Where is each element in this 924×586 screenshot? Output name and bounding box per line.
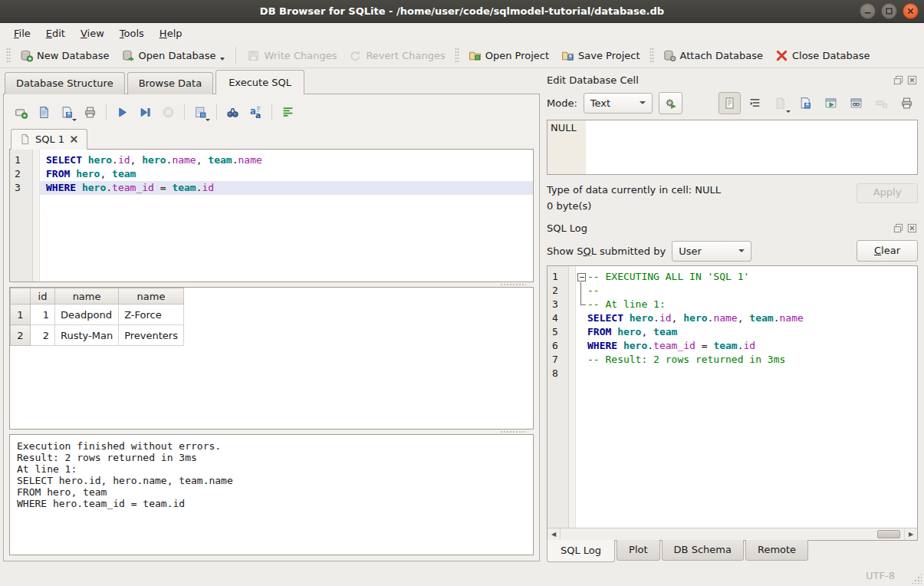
print-button[interactable]: [80, 102, 100, 123]
sql-editor[interactable]: 123 SELECT hero.id, hero.name, team.name…: [9, 149, 534, 282]
svg-text:a: a: [255, 110, 261, 118]
close-database-button[interactable]: Close Database: [769, 46, 876, 65]
save-sql-file-button[interactable]: [57, 102, 77, 123]
scrollbar-thumb[interactable]: [877, 530, 900, 538]
column-header[interactable]: id: [31, 288, 55, 305]
row-header[interactable]: 2: [11, 325, 31, 346]
table-cell[interactable]: 2: [31, 325, 55, 346]
fold-marker-icon: [576, 325, 587, 339]
table-cell[interactable]: Preventers: [119, 325, 184, 346]
code-line[interactable]: SELECT hero.id, hero.name, team.name: [40, 153, 533, 167]
line-number: 2: [10, 167, 32, 181]
float-panel-icon[interactable]: [893, 222, 904, 234]
close-button[interactable]: [903, 3, 919, 19]
menu-item-edit[interactable]: Edit: [38, 25, 73, 41]
open-sql-file-button[interactable]: [34, 102, 54, 123]
tab-browse-data[interactable]: Browse Data: [127, 72, 214, 94]
table-cell[interactable]: Rusty-Man: [55, 325, 119, 346]
close-panel-icon[interactable]: [906, 222, 918, 234]
revert-changes-button[interactable]: Revert Changes: [343, 46, 451, 65]
open-database-button[interactable]: Open Database: [116, 46, 232, 65]
save-project-button[interactable]: Save Project: [555, 46, 646, 65]
dock-tab-remote[interactable]: Remote: [745, 540, 808, 561]
new-database-icon: [20, 49, 33, 62]
close-panel-icon[interactable]: [906, 74, 918, 86]
float-panel-icon[interactable]: [893, 74, 904, 86]
row-header[interactable]: 1: [11, 305, 31, 325]
sql-log-title: SQL Log: [547, 222, 890, 234]
dock-tab-plot[interactable]: Plot: [617, 540, 660, 561]
stop-icon: [162, 106, 175, 119]
mode-select[interactable]: Text: [584, 93, 653, 114]
attach-database-button[interactable]: Attach Database: [657, 46, 769, 65]
print-button[interactable]: [896, 92, 918, 114]
toolbar-separator: [216, 104, 217, 120]
menubar: FileEditViewToolsHelp: [0, 23, 924, 43]
auto-apply-button[interactable]: [659, 92, 682, 114]
word-wrap-button[interactable]: [744, 92, 766, 114]
column-header[interactable]: name: [55, 288, 119, 305]
attach-database-icon: [663, 49, 676, 62]
save-project-icon: [561, 49, 574, 62]
format-lines-button[interactable]: [278, 102, 298, 123]
dock-tab-sql-log[interactable]: SQL Log: [547, 540, 615, 562]
toolbar-drag-handle: [455, 48, 459, 63]
log-line: WHERE hero.team_id = team.id: [576, 339, 917, 353]
dock-tab-db-schema[interactable]: DB Schema: [662, 540, 744, 561]
tab-execute-sql[interactable]: Execute SQL: [215, 70, 304, 94]
maximize-button[interactable]: [881, 3, 897, 19]
window-title: DB Browser for SQLite - /home/user/code/…: [0, 0, 924, 22]
close-database-icon: [775, 49, 788, 62]
line-number: 6: [547, 339, 568, 353]
log-line: FROM hero, team: [576, 325, 917, 339]
sql-doc-tab[interactable]: SQL 1: [11, 129, 87, 150]
line-number: 3: [547, 298, 568, 311]
sql-editor-code[interactable]: SELECT hero.id, hero.name, team.nameFROM…: [40, 150, 533, 281]
new-database-button[interactable]: New Database: [14, 46, 116, 65]
execute-line-button[interactable]: [135, 102, 156, 123]
sql-editor-toolbar: aa: [9, 98, 534, 126]
menu-item-file[interactable]: File: [6, 25, 38, 41]
save-as-button[interactable]: [794, 92, 817, 114]
code-line[interactable]: FROM hero, team: [40, 167, 533, 181]
resize-grip[interactable]: [911, 573, 922, 584]
close-sql-tab-icon[interactable]: [69, 134, 79, 144]
code-line[interactable]: WHERE hero.team_id = team.id: [40, 181, 533, 195]
table-cell[interactable]: Deadpond: [55, 305, 119, 325]
autocomplete-icon: aa: [249, 106, 262, 119]
log-filter-select[interactable]: User: [672, 241, 751, 262]
menu-item-view[interactable]: View: [73, 25, 112, 41]
minimize-button[interactable]: [860, 3, 876, 19]
table-row: 11DeadpondZ-Force: [11, 305, 184, 325]
open-project-button[interactable]: Open Project: [462, 46, 555, 65]
write-changes-button[interactable]: Write Changes: [241, 46, 343, 65]
find-replace-button[interactable]: [222, 102, 243, 123]
export-window-button[interactable]: [820, 92, 842, 114]
log-line: -- EXECUTING ALL IN 'SQL 1': [576, 270, 917, 284]
save-results-button[interactable]: [190, 102, 211, 123]
scroll-right-icon[interactable]: ▶: [904, 528, 917, 540]
menu-item-tools[interactable]: Tools: [112, 25, 152, 41]
cell-content-editor[interactable]: NULL: [547, 120, 918, 175]
table-cell[interactable]: 1: [31, 305, 55, 325]
tab-database-structure[interactable]: Database Structure: [5, 72, 125, 94]
import-doc-button[interactable]: [769, 92, 791, 114]
clear-log-button[interactable]: Clear: [857, 240, 918, 262]
menu-item-help[interactable]: Help: [152, 25, 190, 41]
apply-button[interactable]: Apply: [857, 183, 918, 203]
execute-all-icon: [116, 106, 129, 119]
fold-marker-icon[interactable]: [576, 270, 587, 284]
table-cell[interactable]: Z-Force: [119, 305, 184, 325]
remove-item-button[interactable]: [870, 92, 893, 114]
autocomplete-button[interactable]: aa: [245, 102, 266, 123]
stop-button[interactable]: [158, 102, 179, 123]
horizontal-scrollbar[interactable]: ◀ ▶: [547, 528, 917, 540]
scroll-left-icon[interactable]: ◀: [547, 528, 561, 540]
new-sql-tab-button[interactable]: [11, 102, 31, 123]
execute-all-button[interactable]: [112, 102, 133, 123]
link-window-button[interactable]: [845, 92, 867, 114]
execution-status-output: Execution finished without errors. Resul…: [9, 434, 534, 555]
column-header[interactable]: name: [119, 288, 184, 305]
text-doc-button[interactable]: [718, 92, 741, 114]
app-window: DB Browser for SQLite - /home/user/code/…: [0, 0, 924, 586]
